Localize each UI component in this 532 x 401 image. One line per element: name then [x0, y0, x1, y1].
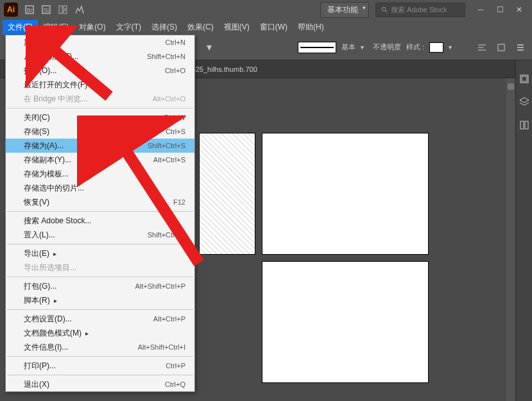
menu-item-label: 退出(X)	[24, 379, 49, 390]
menu-select[interactable]: 选择(S)	[146, 20, 182, 35]
menu-file[interactable]: 文件(F)	[3, 20, 38, 35]
menu-item[interactable]: 恢复(V)F12	[6, 195, 194, 209]
style-label: 样式 :	[406, 42, 424, 52]
menu-edit[interactable]: 编辑(E)	[38, 20, 74, 35]
menu-item[interactable]: 新建(N)...Ctrl+N	[6, 35, 194, 49]
menu-item: 在 Bridge 中浏览...Alt+Ctrl+O	[6, 92, 194, 106]
menu-item[interactable]: 关闭(C)Ctrl+W	[6, 110, 194, 124]
right-panel-dock	[515, 60, 532, 401]
menu-item-shortcut: Shift+Ctrl+N	[147, 53, 185, 60]
menu-item[interactable]: 存储选中的切片...	[6, 181, 194, 195]
menu-item[interactable]: 文件信息(I)...Alt+Shift+Ctrl+I	[6, 340, 194, 354]
svg-point-7	[382, 7, 386, 11]
menu-item[interactable]: 打印(P)...Ctrl+P	[6, 359, 194, 373]
menu-item[interactable]: 文档颜色模式(M)	[6, 326, 194, 340]
menu-window[interactable]: 窗口(W)	[255, 20, 293, 35]
dropdown-icon[interactable]: ▾	[202, 40, 217, 55]
menu-item-shortcut: Ctrl+Q	[165, 380, 185, 388]
menu-item[interactable]: 打开(O)...Ctrl+O	[6, 64, 194, 78]
artboard-2[interactable]	[262, 133, 429, 255]
menu-item-label: 存储副本(Y)...	[24, 155, 71, 166]
svg-line-8	[385, 10, 387, 12]
menu-item[interactable]: 存储为模板...	[6, 167, 194, 181]
arrange-icon[interactable]	[56, 3, 69, 16]
opacity-label: 不透明度	[373, 42, 401, 52]
titlebar: Ai Br St 基本功能 搜索 Adobe Stock ─ ☐ ✕	[0, 0, 532, 19]
stock-icon[interactable]: St	[40, 3, 53, 16]
style-swatch[interactable]	[429, 42, 443, 53]
menu-item-label: 脚本(R)	[24, 295, 57, 306]
menu-item[interactable]: 存储(S)Ctrl+S	[6, 124, 194, 139]
menu-item-shortcut: Ctrl+P	[166, 362, 185, 370]
menu-item-label: 在 Bridge 中浏览...	[24, 94, 87, 105]
layers-icon[interactable]	[519, 96, 530, 108]
minimize-button[interactable]: ─	[472, 3, 490, 16]
menu-item[interactable]: 退出(X)Ctrl+Q	[6, 377, 194, 391]
svg-rect-12	[498, 44, 504, 51]
menu-item-shortcut: F12	[173, 198, 185, 206]
menu-separator	[7, 375, 193, 375]
menu-item[interactable]: 置入(L)...Shift+Ctrl+P	[6, 228, 194, 242]
svg-rect-18	[520, 121, 524, 129]
menu-item-label: 恢复(V)	[24, 197, 49, 208]
svg-rect-19	[525, 121, 528, 129]
menu-item-shortcut: Shift+Ctrl+S	[148, 142, 185, 149]
workspace-dropdown[interactable]: 基本功能	[320, 2, 369, 18]
chevron-down-icon[interactable]: ▾	[449, 44, 452, 51]
menu-item-label: 关闭(C)	[24, 112, 50, 123]
canvas-area[interactable]	[199, 78, 506, 401]
file-menu-dropdown: 新建(N)...Ctrl+N从模板新建(T)...Shift+Ctrl+N打开(…	[5, 35, 195, 392]
transform-icon[interactable]	[493, 40, 509, 55]
menu-separator	[7, 277, 193, 277]
menu-item-shortcut: Alt+Ctrl+O	[153, 95, 185, 103]
search-stock-input[interactable]: 搜索 Adobe Stock	[375, 3, 465, 17]
menu-item[interactable]: 脚本(R)	[6, 293, 194, 307]
libraries-icon[interactable]	[519, 73, 530, 85]
vertical-scrollbar[interactable]	[506, 78, 515, 401]
app-logo: Ai	[4, 3, 18, 17]
menu-item[interactable]: 导出(E)	[6, 246, 194, 260]
menu-effect[interactable]: 效果(C)	[182, 20, 219, 35]
menu-item-label: 搜索 Adobe Stock...	[24, 216, 91, 226]
menu-item-shortcut: Alt+Ctrl+P	[153, 315, 185, 323]
svg-rect-5	[64, 6, 67, 9]
menu-item[interactable]: 文档设置(D)...Alt+Ctrl+P	[6, 312, 194, 326]
menu-item[interactable]: 从模板新建(T)...Shift+Ctrl+N	[6, 49, 194, 64]
menu-item[interactable]: 最近打开的文件(F)	[6, 78, 194, 92]
menu-item-label: 存储为(A)...	[24, 141, 64, 151]
artboards-icon[interactable]	[519, 119, 530, 131]
bridge-icon[interactable]: Br	[23, 3, 36, 16]
menu-separator	[7, 211, 193, 212]
svg-text:Br: Br	[27, 7, 33, 13]
menu-item: 导出所选项目...	[6, 260, 194, 275]
menu-item[interactable]: 存储为(A)...Shift+Ctrl+S	[6, 139, 194, 153]
menu-view[interactable]: 视图(V)	[219, 20, 255, 35]
chevron-down-icon[interactable]: ▾	[361, 44, 364, 51]
panel-menu-icon[interactable]	[513, 40, 528, 55]
menu-object[interactable]: 对象(O)	[74, 20, 110, 35]
menu-item[interactable]: 打包(G)...Alt+Shift+Ctrl+P	[6, 279, 194, 293]
menu-item-shortcut: Ctrl+O	[165, 67, 185, 74]
svg-rect-6	[64, 10, 67, 13]
align-icon[interactable]	[474, 40, 490, 55]
menu-item-shortcut: Ctrl+W	[164, 114, 185, 121]
menu-type[interactable]: 文字(T)	[111, 20, 146, 35]
close-button[interactable]: ✕	[510, 3, 528, 16]
menu-help[interactable]: 帮助(H)	[293, 20, 329, 35]
menu-item-shortcut: Alt+Shift+Ctrl+P	[135, 282, 185, 290]
scroll-thumb[interactable]	[508, 83, 514, 90]
menu-item-label: 新建(N)...	[24, 37, 56, 48]
artboard-1[interactable]	[199, 133, 255, 255]
svg-text:St: St	[44, 7, 49, 13]
maximize-button[interactable]: ☐	[491, 3, 509, 16]
artboard-3[interactable]	[262, 261, 429, 383]
menu-item-shortcut: Ctrl+S	[166, 128, 185, 135]
menu-item-label: 存储(S)	[24, 126, 49, 137]
menu-item-label: 打印(P)...	[24, 361, 56, 371]
menu-item-label: 存储选中的切片...	[24, 183, 84, 194]
stroke-label: 基本	[341, 42, 356, 52]
menu-item[interactable]: 搜索 Adobe Stock...	[6, 214, 194, 228]
stroke-swatch[interactable]	[298, 42, 336, 53]
gpu-icon[interactable]	[73, 3, 86, 16]
menu-item[interactable]: 存储副本(Y)...Alt+Ctrl+S	[6, 153, 194, 167]
